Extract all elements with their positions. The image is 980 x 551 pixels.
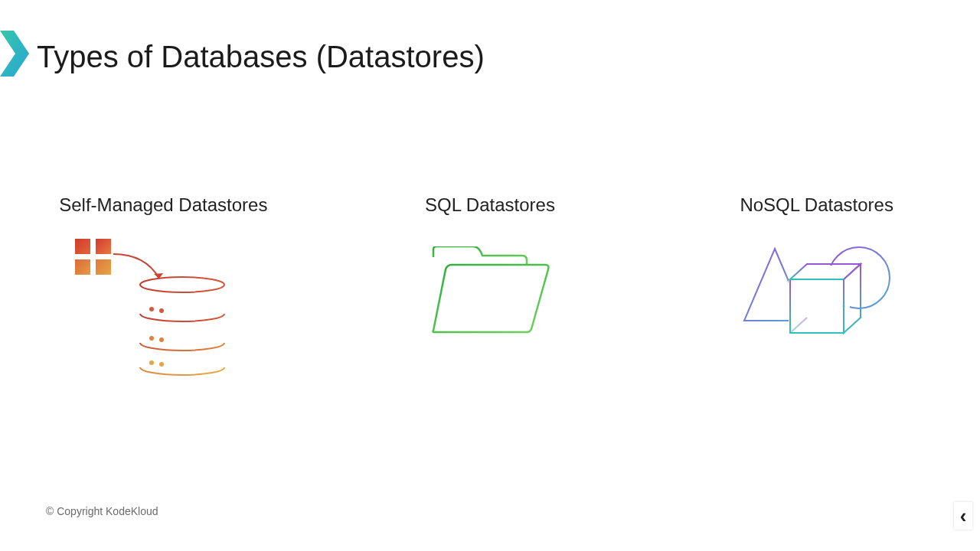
svg-point-7: [149, 307, 154, 311]
col-nosql-label: NoSQL Datastores: [740, 194, 893, 216]
col-self-managed-label: Self-Managed Datastores: [59, 194, 267, 216]
svg-point-12: [159, 362, 164, 367]
svg-rect-3: [75, 259, 90, 275]
svg-point-8: [159, 308, 164, 313]
database-cylinder-icon: [75, 231, 251, 377]
svg-point-10: [159, 337, 164, 342]
svg-rect-4: [96, 259, 111, 275]
svg-point-11: [149, 360, 154, 365]
copyright-footer: © Copyright KodeKloud: [46, 505, 158, 517]
columns-row: Self-Managed Datastores: [0, 194, 980, 377]
svg-rect-2: [96, 239, 111, 254]
svg-point-9: [149, 336, 154, 341]
col-sql-label: SQL Datastores: [425, 194, 555, 216]
page-title: Types of Databases (Datastores): [37, 40, 485, 74]
svg-point-6: [140, 277, 224, 292]
geometric-shapes-icon: [737, 231, 897, 377]
col-self-managed: Self-Managed Datastores: [18, 194, 309, 377]
folder-icon: [429, 231, 551, 377]
col-sql: SQL Datastores: [345, 194, 635, 377]
chevron-right-icon: [0, 31, 29, 77]
col-nosql: NoSQL Datastores: [671, 194, 962, 377]
svg-rect-1: [75, 239, 90, 254]
svg-marker-0: [0, 31, 29, 77]
svg-point-16: [842, 305, 844, 308]
chevron-left-icon: ‹: [960, 504, 967, 528]
back-button[interactable]: ‹: [954, 502, 972, 530]
